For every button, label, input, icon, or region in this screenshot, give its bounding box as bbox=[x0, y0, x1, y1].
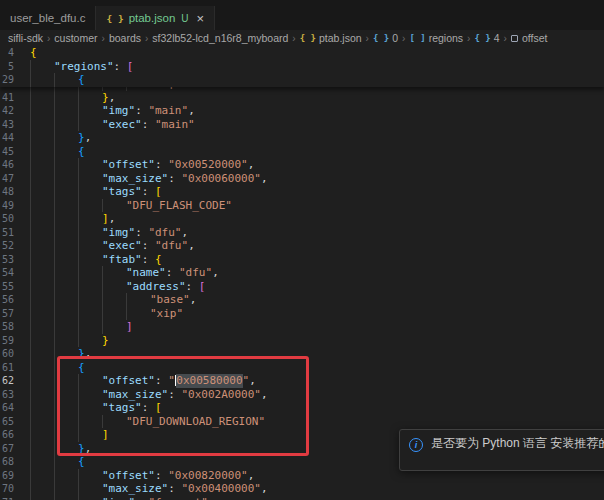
code-line-48[interactable]: 48"tags": [ bbox=[0, 185, 604, 199]
code-token: : bbox=[186, 280, 199, 294]
code-line-63[interactable]: 63"max_size": "0x002A0000", bbox=[0, 388, 604, 402]
code-line-45[interactable]: 45{ bbox=[0, 145, 604, 159]
breadcrumb-item-0[interactable]: { }0 bbox=[373, 32, 398, 44]
code-line-4[interactable]: 4{ bbox=[0, 46, 604, 60]
code-line-54[interactable]: 54"name": "dfu", bbox=[0, 266, 604, 280]
code-token: } bbox=[78, 347, 85, 361]
code-token: { bbox=[78, 361, 85, 375]
line-number[interactable]: 71 bbox=[0, 496, 30, 500]
line-number[interactable]: 49 bbox=[0, 199, 30, 213]
indent-guide bbox=[78, 199, 102, 213]
code-line-55[interactable]: 55"address": [ bbox=[0, 280, 604, 294]
line-number[interactable]: 66 bbox=[0, 428, 30, 442]
code-line-51[interactable]: 51"img": "dfu", bbox=[0, 226, 604, 240]
line-number[interactable]: 62 bbox=[0, 374, 30, 388]
line-number[interactable]: 4 bbox=[0, 46, 30, 60]
line-number[interactable]: 52 bbox=[0, 239, 30, 253]
line-number[interactable]: 48 bbox=[0, 185, 30, 199]
line-number[interactable]: 55 bbox=[0, 280, 30, 294]
line-number[interactable]: 63 bbox=[0, 388, 30, 402]
code-token: "xip" bbox=[150, 307, 183, 321]
line-number[interactable]: 41 bbox=[0, 91, 30, 105]
code-line-43[interactable]: 43"exec": "main" bbox=[0, 118, 604, 132]
breadcrumb-item-customer[interactable]: customer bbox=[54, 32, 97, 44]
line-number[interactable]: 42 bbox=[0, 104, 30, 118]
code-line-62[interactable]: 62"offset": "0x00580000", bbox=[0, 374, 604, 388]
breadcrumb-label: regions bbox=[429, 32, 463, 44]
line-number[interactable]: 61 bbox=[0, 361, 30, 375]
line-number[interactable]: 60 bbox=[0, 347, 30, 361]
line-number[interactable]: 43 bbox=[0, 118, 30, 132]
line-number[interactable]: 29 bbox=[0, 73, 30, 87]
indent-guide bbox=[30, 60, 54, 74]
line-number[interactable]: 64 bbox=[0, 401, 30, 415]
line-number[interactable]: 68 bbox=[0, 455, 30, 469]
line-number[interactable]: 65 bbox=[0, 415, 30, 429]
code-line-42[interactable]: 42"img": "main", bbox=[0, 104, 604, 118]
tab-ptab-json[interactable]: { } ptab.json U × bbox=[96, 6, 215, 30]
breadcrumb-item-sifli-sdk[interactable]: sifli-sdk bbox=[8, 32, 43, 44]
breadcrumb-item-offset[interactable]: offset bbox=[511, 32, 548, 44]
code-token: { bbox=[30, 46, 37, 60]
code-line-60[interactable]: 60}, bbox=[0, 347, 604, 361]
line-number[interactable]: 58 bbox=[0, 320, 30, 334]
indent-guide bbox=[30, 199, 54, 213]
breadcrumb-item-regions[interactable]: [ ]regions bbox=[409, 32, 463, 44]
indent-guide bbox=[30, 118, 54, 132]
line-number[interactable]: 44 bbox=[0, 131, 30, 145]
code-line-65[interactable]: 65"DFU_DOWNLOAD_REGION" bbox=[0, 415, 604, 429]
code-line-58[interactable]: 58] bbox=[0, 320, 604, 334]
breadcrumb-item-ptab.json[interactable]: { }ptab.json bbox=[300, 32, 362, 44]
symbol-object-icon: { } bbox=[373, 33, 389, 43]
line-number[interactable]: 59 bbox=[0, 334, 30, 348]
line-number[interactable]: 53 bbox=[0, 253, 30, 267]
code-line-47[interactable]: 47"max_size": "0x00060000", bbox=[0, 172, 604, 186]
line-number[interactable]: 5 bbox=[0, 60, 30, 74]
line-number[interactable]: 67 bbox=[0, 442, 30, 456]
line-number[interactable]: 51 bbox=[0, 226, 30, 240]
code-token: , bbox=[190, 293, 197, 307]
tab-label: ptab.json bbox=[129, 12, 176, 24]
code-line-61[interactable]: 61{ bbox=[0, 361, 604, 375]
notification-toast[interactable]: i 是否要为 Python 语言 安装推荐的 来自 Microsoft 的扩展? bbox=[399, 429, 604, 471]
breadcrumb-item-boards[interactable]: boards bbox=[109, 32, 141, 44]
tab-user-ble-dfu-c[interactable]: user_ble_dfu.c bbox=[0, 6, 96, 30]
line-number[interactable]: 50 bbox=[0, 212, 30, 226]
code-line-52[interactable]: 52"exec": "dfu", bbox=[0, 239, 604, 253]
indent-guide bbox=[78, 293, 102, 307]
code-line-59[interactable]: 59} bbox=[0, 334, 604, 348]
line-number[interactable]: 69 bbox=[0, 469, 30, 483]
close-tab-icon[interactable]: × bbox=[197, 12, 205, 25]
code-line-41[interactable]: 41}, bbox=[0, 91, 604, 105]
code-line-57[interactable]: 57"xip" bbox=[0, 307, 604, 321]
indent-guide bbox=[54, 482, 78, 496]
code-token: " bbox=[243, 374, 250, 388]
line-number[interactable]: 70 bbox=[0, 482, 30, 496]
code-line-50[interactable]: 50], bbox=[0, 212, 604, 226]
code-line-44[interactable]: 44}, bbox=[0, 131, 604, 145]
line-number[interactable]: 46 bbox=[0, 158, 30, 172]
breadcrumb-item-sf32lb52-lcd_n16r8_myboard[interactable]: sf32lb52-lcd_n16r8_myboard bbox=[152, 32, 288, 44]
symbol-object-icon: { } bbox=[474, 33, 490, 43]
code-line-5[interactable]: 5"regions": [ bbox=[0, 60, 604, 74]
breadcrumb-item-4[interactable]: { }4 bbox=[474, 32, 499, 44]
indent-guide bbox=[102, 415, 126, 429]
code-line-64[interactable]: 64"tags": [ bbox=[0, 401, 604, 415]
line-number[interactable]: 56 bbox=[0, 293, 30, 307]
line-number[interactable]: 47 bbox=[0, 172, 30, 186]
code-line-29[interactable]: 29{ bbox=[0, 73, 604, 87]
code-line-53[interactable]: 53"ftab": { bbox=[0, 253, 604, 267]
info-icon: i bbox=[409, 438, 423, 452]
code-token: "offset" bbox=[102, 469, 155, 483]
code-line-71[interactable]: 71"img": "fs_root" bbox=[0, 496, 604, 500]
code-line-46[interactable]: 46"offset": "0x00520000", bbox=[0, 158, 604, 172]
code-line-56[interactable]: 56"base", bbox=[0, 293, 604, 307]
line-number[interactable]: 45 bbox=[0, 145, 30, 159]
line-number[interactable]: 54 bbox=[0, 266, 30, 280]
indent-guide bbox=[30, 145, 54, 159]
line-number[interactable]: 57 bbox=[0, 307, 30, 321]
code-line-49[interactable]: 49"DFU_FLASH_CODE" bbox=[0, 199, 604, 213]
breadcrumb-label: 4 bbox=[494, 32, 500, 44]
code-line-70[interactable]: 70"max_size": "0x00400000", bbox=[0, 482, 604, 496]
indent-guide bbox=[102, 307, 126, 321]
